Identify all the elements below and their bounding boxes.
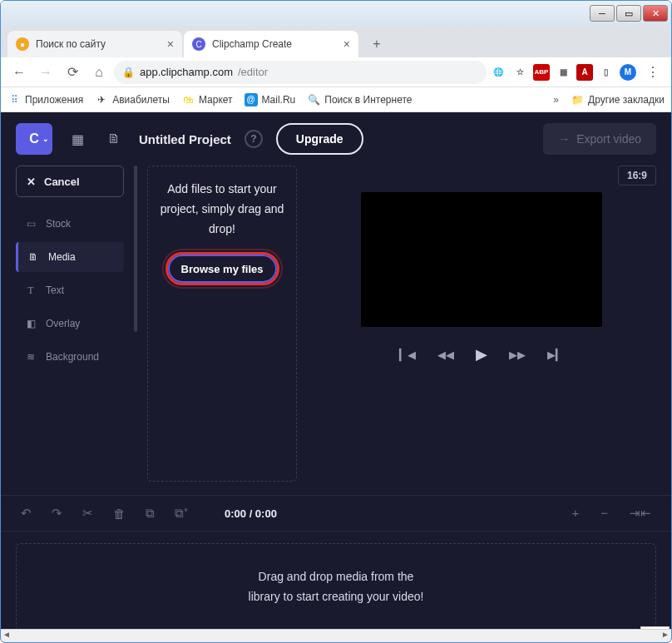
other-bookmarks[interactable]: 📁 Другие закладки bbox=[571, 93, 665, 106]
cart-icon: 🛍 bbox=[181, 93, 195, 106]
layers-icon: ≋ bbox=[24, 351, 37, 363]
bookmark-label: Mail.Ru bbox=[262, 94, 296, 106]
forward-button[interactable]: → bbox=[34, 61, 57, 84]
bookmark-label: Поиск в Интернете bbox=[324, 94, 412, 106]
export-label: Export video bbox=[576, 132, 641, 146]
profile-avatar[interactable]: M bbox=[620, 64, 636, 81]
window-maximize-button[interactable]: ▭ bbox=[616, 5, 641, 22]
sidebar-item-label: Background bbox=[46, 351, 99, 363]
video-preview[interactable] bbox=[361, 192, 602, 327]
browse-files-button[interactable]: Browse my files bbox=[166, 252, 279, 285]
horizontal-scrollbar[interactable] bbox=[1, 629, 671, 642]
tab-close-icon[interactable]: × bbox=[167, 37, 174, 51]
favicon-icon: C bbox=[192, 37, 205, 51]
url-host: app.clipchamp.com bbox=[140, 66, 233, 78]
arrow-right-icon: → bbox=[558, 132, 570, 146]
extension-icon[interactable]: ▦ bbox=[555, 64, 571, 81]
redo-button[interactable]: ↷ bbox=[52, 506, 62, 521]
sidebar-item-background[interactable]: ≋ Background bbox=[16, 342, 124, 372]
extension-icon[interactable]: ▯ bbox=[598, 64, 615, 81]
delete-button[interactable]: 🗑 bbox=[113, 507, 126, 521]
app-logo-menu[interactable]: C ⌄ bbox=[16, 123, 52, 155]
sidebar-item-stock[interactable]: ▭ Stock bbox=[16, 209, 124, 239]
reload-button[interactable]: ⟳ bbox=[61, 61, 84, 84]
window-close-button[interactable]: ✕ bbox=[643, 5, 668, 22]
bookmark-item[interactable]: 🛍 Маркет bbox=[181, 93, 233, 106]
stock-icon: ▭ bbox=[24, 218, 37, 230]
bookmark-apps[interactable]: ⠿ Приложения bbox=[7, 93, 83, 106]
home-button[interactable]: ⌂ bbox=[87, 61, 111, 84]
sidebar-item-overlay[interactable]: ◧ Overlay bbox=[16, 309, 124, 339]
apps-icon: ⠿ bbox=[7, 93, 21, 106]
clipchamp-app: C ⌄ ▦ 🗎 Untitled Project ? Upgrade → Exp… bbox=[1, 112, 671, 643]
bookmarks-overflow[interactable]: » bbox=[553, 94, 559, 106]
sidebar-item-text[interactable]: T Text bbox=[16, 275, 124, 305]
rewind-button[interactable]: ◀◀ bbox=[437, 349, 454, 361]
search-icon: 🔍 bbox=[307, 93, 320, 106]
overlay-icon: ◧ bbox=[24, 318, 37, 329]
tab-title: Clipchamp Create bbox=[212, 38, 292, 50]
timeline-dropzone[interactable]: Drag and drop media from the library to … bbox=[16, 543, 656, 631]
bookmark-item[interactable]: ✈ Авиабилеты bbox=[95, 93, 170, 106]
sidebar-scrollbar[interactable] bbox=[134, 166, 137, 332]
bookmark-label: Другие закладки bbox=[588, 94, 665, 106]
browser-menu-button[interactable]: ⋮ bbox=[641, 61, 665, 84]
bookmark-star-icon[interactable]: ☆ bbox=[511, 64, 528, 81]
bookmark-item[interactable]: @ Mail.Ru bbox=[245, 93, 296, 106]
bookmark-item[interactable]: 🔍 Поиск в Интернете bbox=[307, 93, 412, 106]
preview-area: 16:9 ▎◀ ◀◀ ▶ ▶▶ ▶▎ bbox=[307, 166, 656, 482]
logo-letter: C bbox=[29, 131, 39, 146]
window-titlebar: ─ ▭ ✕ bbox=[1, 1, 671, 26]
project-title[interactable]: Untitled Project bbox=[139, 132, 231, 146]
url-path: /editor bbox=[238, 66, 268, 78]
abp-extension-icon[interactable]: ABP bbox=[533, 64, 550, 81]
address-bar[interactable]: 🔒 app.clipchamp.com/editor bbox=[114, 61, 487, 84]
tab-close-icon[interactable]: × bbox=[343, 37, 350, 51]
cut-button[interactable]: ✂ bbox=[82, 506, 93, 521]
close-icon: ✕ bbox=[27, 176, 36, 188]
bookmark-label: Маркет bbox=[199, 94, 233, 106]
aspect-ratio-badge[interactable]: 16:9 bbox=[618, 166, 656, 185]
skip-start-button[interactable]: ▎◀ bbox=[399, 349, 416, 361]
timeline-drop-text-1: Drag and drop media from the bbox=[40, 567, 632, 587]
export-video-button[interactable]: → Export video bbox=[543, 123, 656, 155]
browser-tab[interactable]: ● Поиск по сайту × bbox=[7, 31, 182, 57]
fit-button[interactable]: ⇥⇤ bbox=[630, 506, 651, 521]
copy-button[interactable]: ⧉ bbox=[146, 506, 155, 521]
back-button[interactable]: ← bbox=[7, 61, 31, 84]
video-icon[interactable]: ▦ bbox=[66, 127, 89, 151]
new-tab-button[interactable]: + bbox=[365, 32, 388, 56]
sidebar-item-label: Text bbox=[46, 284, 64, 296]
duplicate-button[interactable]: ⧉⁺ bbox=[175, 506, 188, 521]
tab-title: Поиск по сайту bbox=[36, 38, 106, 50]
window-minimize-button[interactable]: ─ bbox=[590, 5, 615, 22]
cancel-button[interactable]: ✕ Cancel bbox=[16, 166, 124, 197]
browser-tab-active[interactable]: C Clipchamp Create × bbox=[184, 31, 358, 57]
translate-icon[interactable]: 🌐 bbox=[490, 64, 506, 81]
bookmark-label: Приложения bbox=[25, 94, 83, 106]
zoom-in-button[interactable]: + bbox=[571, 506, 579, 521]
sidebar-item-media[interactable]: 🗎 Media bbox=[16, 242, 124, 272]
timeline-toolbar: ↶ ↷ ✂ 🗑 ⧉ ⧉⁺ 0:00 / 0:00 + − ⇥⇤ bbox=[1, 495, 671, 532]
upgrade-button[interactable]: Upgrade bbox=[276, 123, 363, 155]
sidebar: ✕ Cancel ▭ Stock 🗎 Media T Text ◧ Ove bbox=[16, 166, 124, 482]
bookmarks-bar: ⠿ Приложения ✈ Авиабилеты 🛍 Маркет @ Mai… bbox=[1, 87, 671, 112]
pdf-extension-icon[interactable]: A bbox=[576, 64, 593, 81]
browser-window: ─ ▭ ✕ ● Поиск по сайту × C Clipchamp Cre… bbox=[0, 0, 672, 643]
cancel-label: Cancel bbox=[44, 176, 80, 188]
media-icon: 🗎 bbox=[27, 251, 40, 263]
help-button[interactable]: ? bbox=[245, 130, 263, 148]
app-header: C ⌄ ▦ 🗎 Untitled Project ? Upgrade → Exp… bbox=[1, 112, 671, 166]
play-button[interactable]: ▶ bbox=[476, 345, 487, 364]
bookmark-label: Авиабилеты bbox=[112, 94, 170, 106]
zoom-out-button[interactable]: − bbox=[600, 506, 608, 521]
upgrade-label: Upgrade bbox=[296, 132, 343, 146]
timeline-time: 0:00 / 0:00 bbox=[225, 507, 277, 520]
skip-end-button[interactable]: ▶▎ bbox=[547, 349, 564, 361]
document-icon[interactable]: 🗎 bbox=[102, 127, 126, 151]
forward-button[interactable]: ▶▶ bbox=[509, 349, 526, 361]
browser-toolbar: ← → ⟳ ⌂ 🔒 app.clipchamp.com/editor 🌐 ☆ A… bbox=[1, 57, 671, 87]
browse-label: Browse my files bbox=[181, 263, 264, 275]
media-panel-text: Add files to start your project, simply … bbox=[158, 180, 286, 239]
undo-button[interactable]: ↶ bbox=[21, 506, 32, 521]
